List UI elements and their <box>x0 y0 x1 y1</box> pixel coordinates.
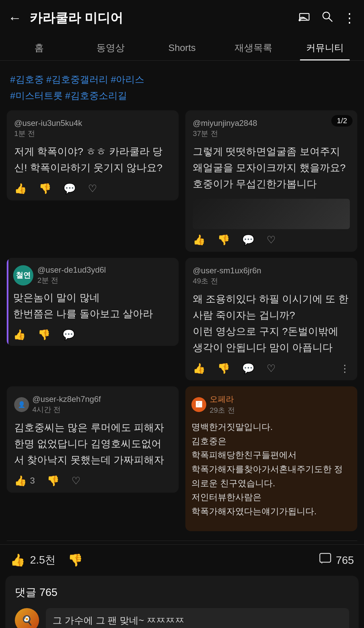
tab-shorts[interactable]: Shorts <box>146 34 218 59</box>
comment-time-6: 29초 전 <box>210 405 235 415</box>
comment-header-4: @user-sm1ux6jr6n 49초 전 <box>193 266 350 286</box>
comment-button-3[interactable]: 💬 <box>62 329 75 340</box>
comment-meta-4: @user-sm1ux6jr6n 49초 전 <box>193 266 261 286</box>
dislike-button-1[interactable]: 👎 <box>39 183 51 194</box>
comments-total-button[interactable]: 765 <box>319 553 354 568</box>
dislike-button-5[interactable]: 👎 <box>47 475 59 487</box>
search-icon[interactable] <box>321 10 334 26</box>
comment-text-1: 저게 학폭이야? ㅎㅎ 카라쿨라 당신! 학폭이라하기 웃기지 않나요? <box>14 143 171 176</box>
like-total-button[interactable]: 👍 2.5천 <box>10 553 56 568</box>
like-icon-1: 👍 <box>14 183 27 194</box>
first-comment-row: 🍳 그 가수에 그 팬 맞네~ ㅉㅉㅉㅉ <box>15 608 349 628</box>
comment-text-6: 명백한거짓말입니다. 김호중은 학폭피해당한친구들편에서 학폭가해자를찾아가서혼… <box>191 420 351 518</box>
like-count-5: 3 <box>30 475 35 486</box>
heart-button-4[interactable]: ♡ <box>267 362 276 374</box>
comment-card-6: 🅾 오페라 29초 전 명백한거짓말입니다. 김호중은 학폭피해당한친구들편에서… <box>185 386 357 531</box>
dislike-total-button[interactable]: 👎 <box>68 553 83 567</box>
thumbnail-2 <box>193 199 350 229</box>
heart-button-1[interactable]: ♡ <box>88 183 97 194</box>
avatar-3: 철연 <box>13 265 33 285</box>
more-icon[interactable]: ⋮ <box>343 11 356 26</box>
like-button-4[interactable]: 👍 <box>193 362 205 374</box>
bottom-bar: 👍 2.5천 👎 765 <box>0 544 364 576</box>
comment-author-4: @user-sm1ux6jr6n <box>193 266 261 275</box>
comment-meta-3: @user-de1ud3yd6l 2분 전 <box>37 265 106 285</box>
comment-text-2: 그렇게 떳떳하면얼굴좀 보여주지 왜얼굴을 모자이크까지 했을까요? 호중이가 … <box>193 143 350 192</box>
like-button-1[interactable]: 👍 <box>14 183 27 194</box>
comment-header-2: @miyunjinya2848 37분 전 <box>193 118 350 139</box>
tab-videos[interactable]: 동영상 <box>75 33 146 60</box>
comment-text-3: 맞은놈이 말이 많네 한번쯤은 나를 돌아보고 살아라 <box>13 290 173 322</box>
comment-actions-5: 👍 3 👎 ♡ <box>14 475 171 487</box>
back-button[interactable]: ← <box>8 10 22 26</box>
comment-col-left-2: 철연 @user-de1ud3yd6l 2분 전 맞은놈이 말이 많네 한번쯤은… <box>7 258 182 386</box>
comment-header-1: @user-iu3un5ku4k 1분 전 <box>14 118 171 139</box>
comment-time-5: 4시간 전 <box>32 405 101 415</box>
heart-icon-1: ♡ <box>88 183 97 194</box>
comment-meta-1: @user-iu3un5ku4k 1분 전 <box>14 118 82 139</box>
svg-line-3 <box>329 18 332 22</box>
comment-meta-5: @user-kz8eh7ng6f 4시간 전 <box>32 394 101 415</box>
comments-row-2: 철연 @user-de1ud3yd6l 2분 전 맞은놈이 말이 많네 한번쯤은… <box>7 258 357 386</box>
hashtag-line1[interactable]: #김호중 #김호중갤러리 #아리스 <box>10 72 354 88</box>
comments-total-count: 765 <box>336 554 354 567</box>
heart-button-2[interactable]: ♡ <box>267 234 276 246</box>
comment-actions-3: 👍 👎 💬 <box>13 329 173 340</box>
dislike-button-3[interactable]: 👎 <box>38 329 50 340</box>
comment-card-1: @user-iu3un5ku4k 1분 전 저게 학폭이야? ㅎㅎ 카라쿨라 당… <box>7 110 179 200</box>
comment-time-2: 37분 전 <box>193 129 257 139</box>
comment-actions-1: 👍 👎 💬 ♡ <box>14 183 171 194</box>
svg-point-1 <box>299 19 301 21</box>
divider-1 <box>7 541 357 541</box>
svg-rect-0 <box>300 13 309 20</box>
avatar-6: 🅾 <box>191 397 206 412</box>
comments-row-1: @user-iu3un5ku4k 1분 전 저게 학폭이야? ㅎㅎ 카라쿨라 당… <box>7 110 357 258</box>
comments-section: 댓글 765 🍳 그 가수에 그 팬 맞네~ ㅉㅉㅉㅉ <box>5 576 359 628</box>
cast-icon[interactable] <box>299 10 311 26</box>
comment-card-3: 철연 @user-de1ud3yd6l 2분 전 맞은놈이 말이 많네 한번쯤은… <box>7 258 179 346</box>
more-button-4[interactable]: ⋮ <box>340 362 350 374</box>
comment-author-1: @user-iu3un5ku4k <box>14 118 82 128</box>
user-avatar-emoji: 🍳 <box>21 615 33 626</box>
heart-button-5[interactable]: ♡ <box>71 475 81 487</box>
dislike-button-4[interactable]: 👎 <box>217 362 230 374</box>
comment-button-4[interactable]: 💬 <box>242 362 254 374</box>
comment-icon-1: 💬 <box>63 183 76 194</box>
comment-total-icon <box>319 553 331 568</box>
first-comment-text: 그 가수에 그 팬 맞네~ ㅉㅉㅉㅉ <box>53 615 184 626</box>
comment-card-5: 👤 @user-kz8eh7ng6f 4시간 전 김호중씨는 많은 루머에도 피… <box>7 386 179 493</box>
user-avatar-large: 🍳 <box>15 608 39 628</box>
comment-col-left-3: 👤 @user-kz8eh7ng6f 4시간 전 김호중씨는 많은 루머에도 피… <box>7 386 182 537</box>
like-button-3[interactable]: 👍 <box>13 329 26 340</box>
like-total-icon: 👍 <box>10 553 25 567</box>
dislike-total-icon: 👎 <box>68 553 83 567</box>
dislike-button-2[interactable]: 👎 <box>217 234 230 246</box>
like-button-5[interactable]: 👍 3 <box>14 475 35 487</box>
dislike-icon-1: 👎 <box>39 183 51 194</box>
tab-community[interactable]: 커뮤니티 <box>289 33 361 60</box>
comment-author-6: 오페라 <box>210 394 235 405</box>
page-title: 카라쿨라 미디어 <box>30 9 299 27</box>
tab-playlist[interactable]: 재생목록 <box>218 33 289 60</box>
hashtag-line2[interactable]: #미스터트롯 #김호중소리길 <box>10 88 354 104</box>
comment-author-3: @user-de1ud3yd6l <box>37 265 106 275</box>
like-button-2[interactable]: 👍 <box>193 234 205 246</box>
comments-section-header: 댓글 765 <box>15 585 349 600</box>
comment-button-2[interactable]: 💬 <box>242 234 254 246</box>
comment-col-right-3: 🅾 오페라 29초 전 명백한거짓말입니다. 김호중은 학폭피해당한친구들편에서… <box>182 386 357 537</box>
comment-text-5: 김호중씨는 많은 루머에도 피해자 한명 없었답니다 김영호씨도없어서 찾아낙지… <box>14 419 171 468</box>
first-comment-bubble: 그 가수에 그 팬 맞네~ ㅉㅉㅉㅉ <box>46 608 349 628</box>
comment-actions-4: 👍 👎 💬 ♡ ⋮ <box>193 362 350 374</box>
comment-col-right-1: 1/2 @miyunjinya2848 37분 전 그렇게 떳떳하면얼굴좀 보여… <box>182 110 357 258</box>
comment-time-1: 1분 전 <box>14 129 82 139</box>
comment-meta-2: @miyunjinya2848 37분 전 <box>193 118 257 139</box>
comment-button-1[interactable]: 💬 <box>63 183 76 194</box>
tab-home[interactable]: 홈 <box>3 33 75 60</box>
header: ← 카라쿨라 미디어 ⋮ <box>0 0 364 33</box>
pagination-badge: 1/2 <box>331 115 353 127</box>
comment-author-2: @miyunjinya2848 <box>193 118 257 128</box>
comment-time-4: 49초 전 <box>193 276 261 286</box>
comment-author-5: @user-kz8eh7ng6f <box>32 394 101 404</box>
nav-tabs: 홈 동영상 Shorts 재생목록 커뮤니티 <box>0 33 364 61</box>
comment-card-4: @user-sm1ux6jr6n 49초 전 왜 조용히있다 하필 이시기에 또… <box>185 258 357 380</box>
